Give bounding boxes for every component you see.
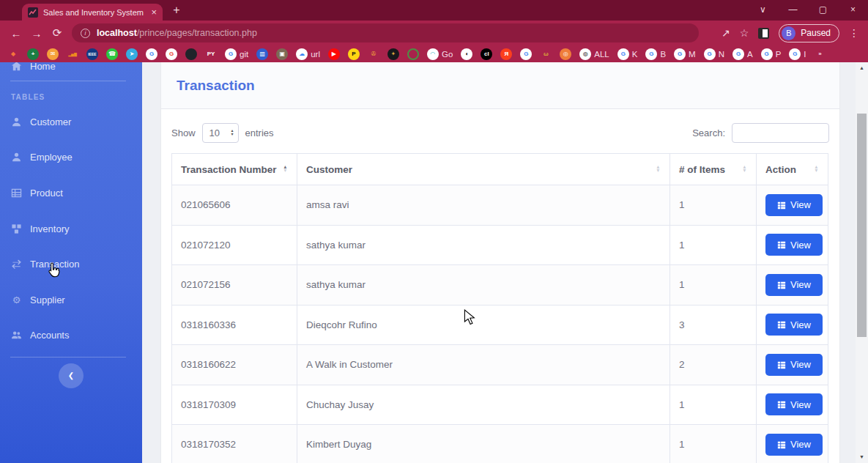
google-icon[interactable]: GK xyxy=(617,48,638,60)
ring-icon xyxy=(407,48,419,60)
main-content: Transaction Show 10 ▴▾ entries xyxy=(142,62,856,463)
google-icon[interactable]: GN xyxy=(704,48,724,60)
vertical-scrollbar[interactable]: ▲ ▼ xyxy=(856,62,868,463)
sidebar-item-home[interactable]: Home xyxy=(0,62,142,77)
column-header-transaction-number[interactable]: Transaction Number ▲▼ xyxy=(172,154,297,185)
view-button[interactable]: View xyxy=(765,354,823,376)
cl-icon: cl xyxy=(481,48,492,60)
camera-orange-icon: ◎ xyxy=(560,48,571,60)
profile-button[interactable]: B Paused xyxy=(779,24,839,42)
table-grid-icon xyxy=(777,440,786,449)
view-button[interactable]: View xyxy=(765,194,823,216)
ieee-icon[interactable]: IEEE xyxy=(86,48,98,60)
view-button[interactable]: View xyxy=(765,234,823,256)
share-icon[interactable]: ↗ xyxy=(722,27,730,39)
globe-icon[interactable]: ◍ALL xyxy=(579,48,609,60)
google-icon: G xyxy=(520,48,532,60)
reload-icon[interactable]: ⟳ xyxy=(47,26,67,40)
yandex-icon[interactable]: Я xyxy=(500,48,512,60)
google-icon[interactable]: G xyxy=(166,48,177,60)
url-text[interactable]: localhost/prince/pages/transaction.php xyxy=(97,28,257,38)
sidebar-item-inventory[interactable]: Inventory xyxy=(0,218,142,240)
analytics-icon[interactable]: ▂▅▇ xyxy=(67,48,78,60)
camera-icon: ▣ xyxy=(276,48,288,60)
google-icon[interactable]: GA xyxy=(732,48,753,60)
cl-icon[interactable]: cl xyxy=(481,48,492,60)
mail-icon[interactable]: ✉ xyxy=(47,48,59,60)
close-icon[interactable]: × xyxy=(838,0,868,21)
search-input[interactable] xyxy=(732,123,829,143)
tab-close-icon[interactable]: × xyxy=(151,7,157,17)
scrollbar-thumb[interactable] xyxy=(857,114,867,337)
column-header-customer[interactable]: Customer ▲▼ xyxy=(297,154,670,185)
bookmarks-overflow: » xyxy=(815,48,826,60)
browser-tab[interactable]: Sales and Inventory System × xyxy=(22,4,163,21)
camera-icon[interactable]: ▣ xyxy=(276,48,288,60)
minimize-icon[interactable]: — xyxy=(778,0,808,21)
swoosh-icon[interactable]: ω xyxy=(540,48,552,60)
godaddy-icon[interactable]: ◠Go xyxy=(427,48,453,60)
google-icon[interactable]: G xyxy=(146,48,157,60)
view-button[interactable]: View xyxy=(765,274,823,296)
movie-icon: ✇ xyxy=(368,48,379,60)
view-button[interactable]: View xyxy=(765,393,823,415)
camera-orange-icon[interactable]: ◎ xyxy=(560,48,571,60)
entries-select[interactable]: 10 ▴▾ xyxy=(202,123,239,143)
ring-icon[interactable] xyxy=(407,48,419,60)
sidebar-item-supplier[interactable]: ⚙ Supplier xyxy=(0,289,142,311)
side-panel-icon[interactable] xyxy=(758,28,769,39)
column-header-items[interactable]: # of Items ▲▼ xyxy=(670,154,757,185)
google-icon: G xyxy=(732,48,744,60)
back-icon[interactable]: ← xyxy=(6,27,26,40)
bookmarks-overflow[interactable]: » xyxy=(815,48,826,60)
table-row: 0318170309Chuchay Jusay1View xyxy=(172,385,828,425)
site-info-icon[interactable]: i xyxy=(81,29,90,38)
p-icon[interactable]: P xyxy=(348,48,360,60)
image-icon[interactable]: ▥ xyxy=(256,48,268,60)
maximize-icon[interactable]: ▢ xyxy=(808,0,838,21)
sidebar-item-customer[interactable]: Customer xyxy=(0,111,142,133)
column-header-action[interactable]: Action ▲▼ xyxy=(757,154,828,185)
python-bookmark[interactable]: PY xyxy=(205,48,217,60)
sidebar-item-employee[interactable]: Employee xyxy=(0,146,142,168)
google-icon[interactable]: GB xyxy=(645,48,666,60)
cloud-icon[interactable]: ☁url xyxy=(296,48,320,60)
flame-icon[interactable]: ◆ xyxy=(7,48,19,60)
whatsapp-icon[interactable]: ☎ xyxy=(106,48,118,60)
google-icon[interactable]: G xyxy=(520,48,532,60)
view-button[interactable]: View xyxy=(765,434,823,456)
scroll-down-icon[interactable]: ▼ xyxy=(856,451,868,463)
google-icon[interactable]: GM xyxy=(674,48,696,60)
view-button[interactable]: View xyxy=(765,314,823,336)
table-grid-icon xyxy=(777,360,786,369)
cell-items: 1 xyxy=(670,185,757,226)
github-icon[interactable] xyxy=(185,48,197,60)
scroll-up-icon[interactable]: ▲ xyxy=(856,62,868,74)
cell-items: 2 xyxy=(670,345,757,385)
forward-icon[interactable]: → xyxy=(26,27,47,40)
sidebar-collapse-button[interactable]: ❮ xyxy=(59,363,84,388)
bookmark-star-icon[interactable]: ☆ xyxy=(740,27,749,39)
telegram-icon[interactable]: ➤ xyxy=(126,48,138,60)
window-menu-icon[interactable]: ∨ xyxy=(748,0,778,21)
url-bar[interactable]: i localhost/prince/pages/transaction.php xyxy=(72,23,699,42)
menu-dots-icon[interactable]: ⋮ xyxy=(849,27,859,39)
movie-icon[interactable]: ✇ xyxy=(368,48,379,60)
sidebar-divider xyxy=(10,81,126,81)
google-icon[interactable]: Ggit xyxy=(225,48,248,60)
sheets-icon[interactable]: + xyxy=(27,48,39,60)
duck-icon[interactable]: ◖ xyxy=(461,48,472,60)
google-icon[interactable]: GP xyxy=(761,48,782,60)
sidebar-item-transaction[interactable]: Transaction xyxy=(0,253,142,275)
cell-customer: sathya kumar xyxy=(297,265,670,305)
sidebar-item-label: Accounts xyxy=(30,330,69,341)
sidebar-item-product[interactable]: Product xyxy=(0,182,142,204)
crest-icon[interactable]: ✦ xyxy=(387,48,399,60)
bookmark-label: ALL xyxy=(594,50,609,59)
new-tab-button[interactable]: + xyxy=(169,3,184,18)
youtube-icon[interactable]: ▶ xyxy=(328,48,340,60)
page-header: Transaction xyxy=(161,62,839,109)
sidebar-item-accounts[interactable]: Accounts xyxy=(0,324,142,346)
google-icon[interactable]: GI xyxy=(789,48,806,60)
table-grid-icon xyxy=(777,281,786,289)
